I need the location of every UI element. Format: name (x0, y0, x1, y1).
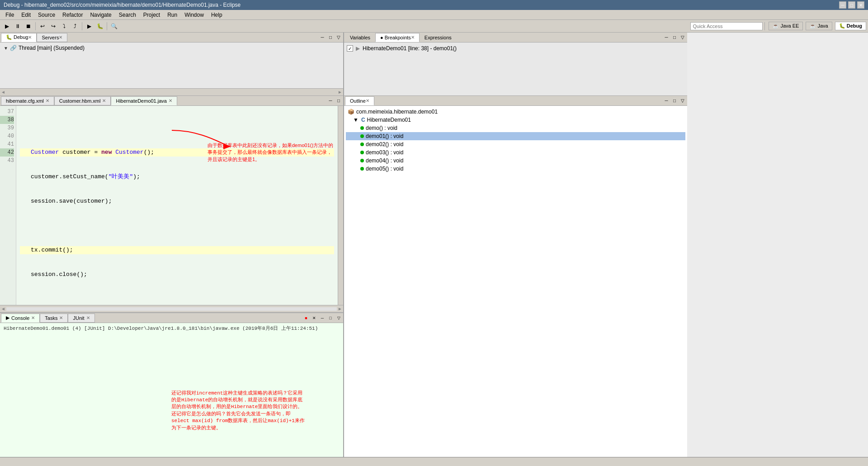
outline-panel-controls: ─ □ ▽ (663, 97, 686, 105)
menu-edit[interactable]: Edit (18, 11, 34, 19)
toolbar-btn-4[interactable]: ↩ (38, 21, 47, 31)
quick-access-input[interactable] (690, 22, 763, 30)
tab-junit[interactable]: JUnit ✕ (68, 314, 94, 323)
editor-vscroll[interactable] (338, 106, 343, 305)
debug-tree-item-thread[interactable]: ▼ 🔗 Thread [main] (Suspended) (2, 44, 341, 52)
outline-minimize-btn[interactable]: ─ (663, 97, 670, 105)
menu-project[interactable]: Project (140, 11, 164, 19)
perspective-java[interactable]: ☕ Java (806, 22, 832, 30)
tab-tasks[interactable]: Tasks ✕ (40, 314, 68, 323)
bp-minimize-btn[interactable]: ─ (663, 34, 670, 41)
tab-debug[interactable]: 🐛 Debug ✕ (1, 33, 37, 42)
tab-customer-hbm[interactable]: Customer.hbm.xml ✕ (54, 96, 111, 105)
menu-search[interactable]: Search (115, 11, 140, 19)
tab-expressions[interactable]: Expressions (420, 33, 457, 42)
code-line-42: tx.commit(); (20, 246, 334, 254)
minimize-button[interactable]: ─ (839, 1, 846, 9)
junit-tab-close[interactable]: ✕ (86, 315, 90, 320)
console-clear-btn[interactable]: ✕ (311, 314, 318, 322)
console-stop-btn[interactable]: ■ (302, 314, 310, 322)
toolbar-btn-1[interactable]: ▶ (2, 21, 12, 31)
servers-tab-close[interactable]: ✕ (59, 35, 62, 40)
toolbar-btn-2[interactable]: ⏸ (13, 21, 23, 31)
status-bar (0, 457, 868, 466)
package-icon: 📦 (348, 109, 354, 115)
breakpoints-content: ✓ ▶ HibernateDemo01 [line: 38] - demo01(… (344, 43, 687, 95)
outline-method-demo03[interactable]: demo03() : void (346, 148, 685, 157)
editor-minimize-btn[interactable]: ─ (327, 97, 334, 105)
toolbar-btn-8[interactable]: 🔍 (109, 21, 119, 31)
method-demo02-label: demo02() : void (366, 141, 403, 147)
bp-panel-controls: ─ □ ▽ (663, 34, 686, 41)
main-toolbar: ▶ ⏸ ⏹ ↩ ↪ ⤵ ⤴ ▶ 🐛 🔍 ☕ Java EE ☕ Java 🐛 D… (0, 20, 868, 33)
outline-maximize-btn[interactable]: □ (671, 97, 678, 105)
right-panel: Variables ● Breakpoints ✕ Expressions ─ … (344, 33, 687, 466)
code-area[interactable]: Customer customer = new Customer(); cust… (16, 106, 338, 305)
thread-label: Thread [main] (Suspended) (19, 45, 85, 51)
toolbar-btn-6[interactable]: ⤵ (59, 21, 69, 31)
method-demo05-label: demo05() : void (366, 166, 403, 172)
code-line-43: session.close(); (20, 271, 334, 279)
outline-method-demo05[interactable]: demo05() : void (346, 165, 685, 173)
outline-package[interactable]: 📦 com.meimeixia.hibernate.demo01 (346, 108, 685, 116)
bp-menu-btn[interactable]: ▽ (679, 34, 686, 41)
tab-close-2[interactable]: ✕ (102, 98, 106, 103)
debug-view-menu-btn[interactable]: ▽ (335, 34, 342, 41)
restore-button[interactable]: □ (848, 1, 855, 9)
perspective-debug[interactable]: 🐛 Debug (835, 22, 866, 30)
tab-outline[interactable]: Outline ✕ (345, 96, 374, 105)
customer-hbm-label: Customer.hbm.xml (59, 98, 101, 104)
console-minimize-btn[interactable]: ─ (319, 314, 326, 322)
toolbar-btn-5[interactable]: ↪ (48, 21, 58, 31)
tab-close-3[interactable]: ✕ (169, 98, 172, 103)
menu-help[interactable]: Help (208, 11, 226, 19)
close-button[interactable]: ✕ (857, 1, 864, 9)
console-menu-btn[interactable]: ▽ (335, 314, 342, 322)
editor-maximize-btn[interactable]: □ (335, 97, 342, 105)
bp-maximize-btn[interactable]: □ (671, 34, 678, 41)
debug-hscroll[interactable]: ◄ ► (0, 88, 343, 95)
menu-file[interactable]: File (2, 11, 18, 19)
outline-class[interactable]: ▼ C HibernateDemo01 (346, 116, 685, 124)
bp-tab-close[interactable]: ✕ (411, 35, 415, 40)
outline-method-demo04[interactable]: demo04() : void (346, 157, 685, 165)
outline-method-demo02[interactable]: demo02() : void (346, 140, 685, 148)
window-title: Debug - hibernate_demo02/src/com/meimeix… (4, 2, 839, 8)
tab-hibernate-demo01[interactable]: HibernateDemo01.java ✕ (111, 96, 177, 105)
editor-panel-controls: ─ □ (327, 97, 342, 105)
editor-hscroll[interactable]: ◄ ► (0, 305, 343, 312)
menu-navigate[interactable]: Navigate (86, 11, 115, 19)
menu-window[interactable]: Window (181, 11, 208, 19)
menu-run[interactable]: Run (164, 11, 181, 19)
perspective-javaee[interactable]: ☕ Java EE (769, 22, 803, 30)
outline-method-demo[interactable]: demo() : void (346, 124, 685, 132)
method-demo-label: demo() : void (366, 125, 397, 131)
bp-checkbox[interactable]: ✓ (347, 45, 353, 52)
tasks-tab-close[interactable]: ✕ (59, 315, 63, 320)
tab-hibernate-cfg[interactable]: hibernate.cfg.xml ✕ (1, 96, 54, 105)
method-dot-4 (360, 151, 364, 154)
toolbar-sep-2 (82, 22, 82, 30)
outline-method-demo01[interactable]: demo01() : void (346, 132, 685, 140)
debug-maximize-btn[interactable]: □ (327, 34, 334, 41)
class-icon: C (361, 117, 365, 123)
console-tab-close[interactable]: ✕ (31, 315, 35, 320)
menu-source[interactable]: Source (34, 11, 59, 19)
toolbar-btn-debug[interactable]: 🐛 (95, 21, 105, 31)
outline-menu-btn[interactable]: ▽ (679, 97, 686, 105)
debug-minimize-btn[interactable]: ─ (319, 34, 326, 41)
tab-console[interactable]: ▶ Console ✕ (1, 314, 40, 323)
outline-tab-close[interactable]: ✕ (366, 98, 369, 103)
outline-tab-bar: Outline ✕ ─ □ ▽ (344, 96, 687, 106)
tab-servers[interactable]: Servers ✕ (37, 33, 67, 42)
debug-tab-close[interactable]: ✕ (28, 35, 32, 40)
toolbar-btn-7[interactable]: ⤴ (70, 21, 80, 31)
toolbar-btn-3[interactable]: ⏹ (24, 21, 33, 31)
tab-variables[interactable]: Variables (345, 33, 375, 42)
console-maximize-btn[interactable]: □ (327, 314, 334, 322)
toolbar-btn-run[interactable]: ▶ (84, 21, 94, 31)
menu-refactor[interactable]: Refactor (59, 11, 86, 19)
tab-close-1[interactable]: ✕ (46, 98, 49, 103)
tab-breakpoints[interactable]: ● Breakpoints ✕ (375, 33, 420, 42)
method-dot-3 (360, 143, 364, 146)
